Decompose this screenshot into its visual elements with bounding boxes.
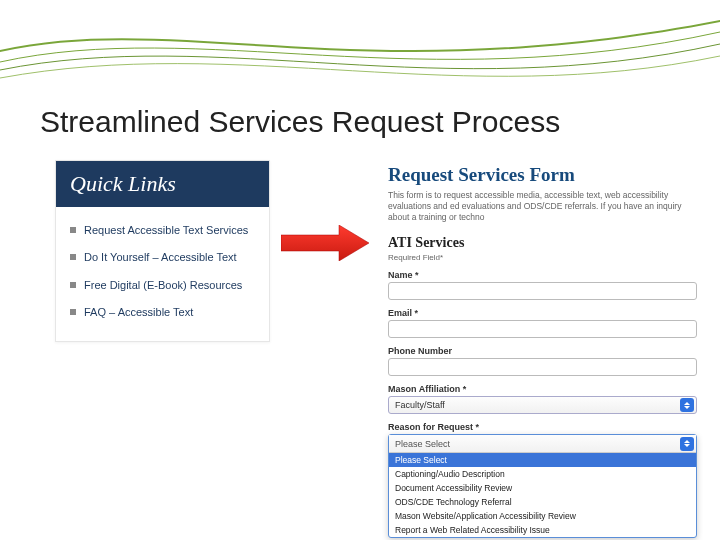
reason-option[interactable]: ODS/CDE Technology Referral <box>389 495 696 509</box>
field-affiliation: Mason Affiliation * Faculty/Staff <box>388 384 697 414</box>
quicklink-item[interactable]: FAQ – Accessible Text <box>70 299 255 326</box>
arrow-right-icon <box>281 225 369 261</box>
email-label: Email * <box>388 308 697 318</box>
field-phone: Phone Number <box>388 346 697 376</box>
quicklinks-panel: Quick Links Request Accessible Text Serv… <box>55 160 270 342</box>
svg-marker-0 <box>281 225 369 261</box>
form-intro: This form is to request accessible media… <box>388 190 697 223</box>
quicklinks-list: Request Accessible Text Services Do It Y… <box>56 207 269 341</box>
phone-input[interactable] <box>388 358 697 376</box>
name-input[interactable] <box>388 282 697 300</box>
required-note: Required Field* <box>388 253 697 262</box>
field-reason: Reason for Request * Please Select Pleas… <box>388 422 697 538</box>
quicklink-label: Request Accessible Text Services <box>84 223 248 238</box>
field-email: Email * <box>388 308 697 338</box>
quicklinks-header: Quick Links <box>56 161 269 207</box>
reason-option[interactable]: Mason Website/Application Accessibility … <box>389 509 696 523</box>
reason-label: Reason for Request * <box>388 422 697 432</box>
select-stepper-icon <box>680 398 694 412</box>
form-section-title: ATI Services <box>388 235 697 251</box>
request-form-panel: Request Services Form This form is to re… <box>380 160 705 540</box>
quicklink-label: Do It Yourself – Accessible Text <box>84 250 237 265</box>
quicklink-label: FAQ – Accessible Text <box>84 305 193 320</box>
name-label: Name * <box>388 270 697 280</box>
phone-label: Phone Number <box>388 346 697 356</box>
reason-select-open[interactable]: Please Select Please Select Captioning/A… <box>388 434 697 538</box>
reason-options-list: Please Select Captioning/Audio Descripti… <box>389 453 696 537</box>
bullet-icon <box>70 227 76 233</box>
quicklink-item[interactable]: Request Accessible Text Services <box>70 217 255 244</box>
reason-option[interactable]: Please Select <box>389 453 696 467</box>
reason-option[interactable]: Report a Web Related Accessibility Issue <box>389 523 696 537</box>
bullet-icon <box>70 282 76 288</box>
reason-option[interactable]: Document Accessibility Review <box>389 481 696 495</box>
bullet-icon <box>70 254 76 260</box>
bullet-icon <box>70 309 76 315</box>
quicklink-item[interactable]: Do It Yourself – Accessible Text <box>70 244 255 271</box>
email-input[interactable] <box>388 320 697 338</box>
select-stepper-icon <box>680 437 694 451</box>
field-name: Name * <box>388 270 697 300</box>
quicklink-label: Free Digital (E-Book) Resources <box>84 278 242 293</box>
affiliation-value: Faculty/Staff <box>395 400 445 410</box>
slide-title: Streamlined Services Request Process <box>40 105 560 139</box>
form-title: Request Services Form <box>388 164 697 186</box>
affiliation-label: Mason Affiliation * <box>388 384 697 394</box>
arrow-column <box>280 160 370 540</box>
content-area: Quick Links Request Accessible Text Serv… <box>55 160 705 540</box>
quicklink-item[interactable]: Free Digital (E-Book) Resources <box>70 272 255 299</box>
reason-selected-box[interactable]: Please Select <box>389 435 696 453</box>
affiliation-select[interactable]: Faculty/Staff <box>388 396 697 414</box>
decorative-wave <box>0 0 720 100</box>
reason-value: Please Select <box>395 439 450 449</box>
reason-option[interactable]: Captioning/Audio Description <box>389 467 696 481</box>
